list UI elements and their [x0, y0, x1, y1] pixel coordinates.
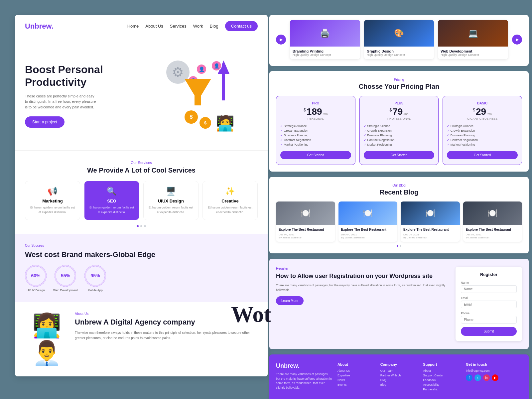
register-desc: There are many variations of passages, b…	[276, 283, 449, 292]
footer-company-link-1[interactable]: Our Team	[380, 369, 418, 372]
blog-post-title-3: Explore The Best Restaurant	[403, 227, 457, 232]
seo-title: SEO	[88, 199, 135, 203]
blog-meta-4: Dec 04, 2021 By James Steelman	[466, 233, 520, 239]
plus-plan-name: PROFESSIONAL	[364, 117, 435, 120]
service-card-uiux: 🖥️ UIUX Design Et harum quidem rerum fac…	[143, 181, 199, 220]
portfolio-title-3: Web Development	[441, 49, 505, 53]
nav-home[interactable]: Home	[127, 24, 139, 29]
portfolio-title-2: Graphic Design	[367, 49, 432, 53]
portfolio-info-2: Graphic Design High Quality Design Conce…	[364, 47, 434, 59]
footer-about: About About Us Expertise News Events	[337, 362, 375, 386]
stat-web: 55% Web Development	[53, 265, 78, 292]
price-card-basic: BASIC $ 29 /mo GIGANTIC BUSINESS Strateg…	[443, 96, 522, 165]
basic-feature-2: Growth Expansion	[447, 128, 518, 133]
dot-3[interactable]	[144, 225, 146, 227]
basic-feature-3: Business Planning	[447, 133, 518, 138]
hero-image: ⚙ 👤 👤 👤 $ $	[141, 54, 258, 137]
nav-contact-button[interactable]: Contact us	[225, 21, 258, 31]
nav-work[interactable]: Work	[193, 24, 203, 29]
blog-date-1: Dec 04, 2021	[279, 233, 295, 236]
youtube-icon[interactable]: ▶	[492, 374, 498, 381]
creative-title: Creative	[207, 199, 253, 203]
price-card-pro: PRO $ 189 /mo PERSONAL Strategic Allianc…	[276, 96, 355, 165]
portfolio-prev-button[interactable]: ▶	[276, 35, 286, 45]
footer-about-title: About	[337, 362, 375, 366]
basic-cta-button[interactable]: Get Started	[447, 151, 518, 159]
footer-support-link-4[interactable]: Accessibility	[423, 383, 461, 386]
blog-dot-2[interactable]	[400, 245, 401, 247]
blog-section: Our Blog Recent Blog 🍽️ Explore The Best…	[269, 177, 529, 253]
footer-grid: Unbrew. There are many variations of pas…	[276, 362, 522, 392]
blog-author-2: By James Steelman	[341, 236, 365, 239]
nav-about[interactable]: About Us	[145, 24, 163, 29]
sitting-person-icon: 🧑‍💻	[216, 114, 234, 132]
nav-services[interactable]: Services	[170, 24, 187, 29]
portfolio-title-1: Branding Printing	[293, 49, 357, 53]
portfolio-card-2: 🎨 Graphic Design High Quality Design Con…	[364, 20, 434, 59]
blog-card-1: 🍽️ Explore The Best Restaurant Dec 04, 2…	[276, 201, 335, 242]
footer-support-link-3[interactable]: Feedback	[423, 378, 461, 382]
service-card-creative: ✨ Creative Et harum quidem rerum facilis…	[202, 181, 258, 220]
footer-about-link-2[interactable]: Expertise	[337, 374, 375, 377]
service-cards: 📢 Marketing Et harum quidem rerum facili…	[25, 181, 258, 220]
pricing-label: Pricing	[276, 78, 522, 81]
blog-date-4: Dec 04, 2021	[466, 233, 482, 236]
blog-img-2: 🍽️	[338, 201, 398, 225]
blog-author-3: By James Steelman	[403, 236, 427, 239]
footer-support-col: Support About Support Center Feedback Ac…	[423, 362, 461, 392]
dot-1[interactable]	[137, 225, 139, 227]
blog-post-title-1: Explore The Best Restaurant	[279, 227, 332, 232]
hero-text: Boost Personal Productivity These cases …	[25, 63, 141, 128]
plus-price: 79	[392, 106, 403, 117]
facebook-icon[interactable]: f	[466, 374, 472, 381]
pro-price: 189	[307, 106, 322, 117]
footer-contact: Get in touch info@agency.com f t in ▶	[466, 362, 522, 381]
footer-support-link-1[interactable]: About	[423, 369, 461, 372]
blog-author-1: By James Steelman	[279, 236, 302, 239]
form-phone-input[interactable]	[461, 316, 517, 324]
instagram-icon[interactable]: in	[483, 374, 490, 381]
people-illustration: 👩‍💻👨‍💼	[25, 312, 68, 366]
hero-cta-button[interactable]: Start a project	[25, 116, 65, 128]
form-submit-button[interactable]: Submit	[461, 327, 517, 336]
about-title: Unbrew A Digital Agency company	[75, 318, 258, 327]
basic-features: Strategic Alliance Growth Expansion Busi…	[447, 124, 518, 147]
register-learn-more-button[interactable]: Learn More	[276, 296, 304, 305]
basic-price: 29	[476, 106, 486, 117]
footer-about-link-1[interactable]: About Us	[337, 369, 375, 372]
portfolio-next-button[interactable]: ▶	[512, 35, 522, 45]
plus-cta-button[interactable]: Get Started	[364, 151, 435, 159]
form-email-input[interactable]	[461, 301, 517, 308]
seo-icon: 🔍	[88, 187, 135, 196]
portfolio-cards: ▶ 🖨️ Branding Printing High Quality Desi…	[276, 20, 522, 59]
price-card-plus: PLUS $ 79 /mo PROFESSIONAL Strategic All…	[359, 96, 439, 165]
footer-about-link-3[interactable]: News	[337, 378, 375, 382]
hero-section: Boost Personal Productivity These cases …	[15, 37, 268, 150]
services-section: Our Services We Provide A Lot of Cool Se…	[15, 151, 268, 234]
pro-cta-button[interactable]: Get Started	[280, 151, 351, 159]
pro-currency: $	[304, 108, 306, 112]
footer-company-link-2[interactable]: Partner With Us	[380, 374, 418, 377]
services-label: Our Services	[25, 161, 258, 165]
footer-support-link-5[interactable]: Partnership	[423, 388, 461, 391]
footer-company-link-3[interactable]: FAQ	[380, 378, 418, 382]
about-label: About Us	[75, 312, 258, 316]
dot-2[interactable]	[140, 225, 142, 227]
uiux-title: UIUX Design	[148, 199, 194, 203]
plus-amount: $ 79 /mo	[364, 106, 435, 117]
form-name-input[interactable]	[461, 285, 517, 293]
form-name-label: Name	[461, 281, 517, 284]
footer-brand-col: Unbrew. There are many variations of pas…	[276, 362, 332, 392]
blog-dot-1[interactable]	[397, 245, 398, 247]
pro-feature-5: Market Positioning	[280, 142, 351, 147]
footer-about-link-4[interactable]: Events	[337, 383, 375, 386]
footer-company-link-4[interactable]: Blog	[380, 383, 418, 386]
plus-feature-2: Growth Expansion	[364, 128, 435, 133]
nav-blog[interactable]: Blog	[210, 24, 218, 29]
portfolio-sub-1: High Quality Design Concept	[293, 53, 357, 57]
footer-support-link-2[interactable]: Support Center	[423, 374, 461, 377]
about-text: About Us Unbrew A Digital Agency company…	[75, 312, 258, 341]
work-word: Wot	[231, 301, 271, 328]
footer-company-col: Company Our Team Partner With Us FAQ Blo…	[380, 362, 418, 392]
twitter-icon[interactable]: t	[474, 374, 481, 381]
